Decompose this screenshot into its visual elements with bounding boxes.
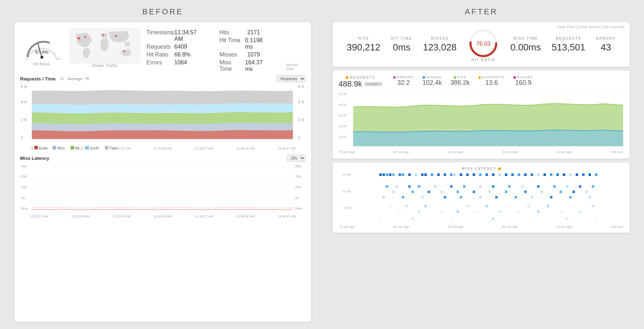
svg-rect-141 bbox=[440, 210, 443, 213]
svg-rect-118 bbox=[421, 196, 424, 198]
chart-dropdown[interactable]: Requests bbox=[277, 75, 306, 82]
svg-rect-150 bbox=[411, 217, 414, 220]
after-chart-header: REQUESTS 488.9k Average × ERRORS 32.2 bbox=[338, 75, 624, 89]
svg-rect-108 bbox=[473, 191, 475, 193]
svg-rect-155 bbox=[595, 217, 597, 220]
latency-dropdown[interactable]: 20s bbox=[287, 154, 306, 162]
svg-rect-134 bbox=[508, 205, 511, 207]
latency-time-axis: 75 sec ago 60 sec ago 45 sec ago 30 sec … bbox=[338, 225, 624, 229]
svg-rect-60 bbox=[431, 173, 433, 176]
stats-row: Miss Time164.37 ms bbox=[219, 59, 269, 72]
svg-rect-112 bbox=[540, 191, 543, 193]
svg-rect-62 bbox=[444, 173, 446, 176]
svg-rect-81 bbox=[563, 173, 565, 176]
stat-miss-time: MISS TIME 0.00ms bbox=[511, 36, 541, 53]
svg-text:0ms: 0ms bbox=[295, 207, 302, 210]
stats-row: Errors1064 bbox=[146, 59, 201, 66]
svg-rect-73 bbox=[511, 173, 514, 176]
latency-header: Miss Latency 20s bbox=[20, 154, 306, 162]
stats-row: Hit Ratio66.8% bbox=[146, 51, 201, 58]
svg-rect-76 bbox=[531, 173, 533, 176]
svg-text:5s: 5s bbox=[21, 196, 25, 200]
svg-rect-140 bbox=[418, 210, 420, 213]
svg-rect-53 bbox=[392, 173, 395, 176]
svg-rect-102 bbox=[592, 185, 594, 188]
svg-rect-115 bbox=[585, 191, 588, 193]
svg-rect-98 bbox=[537, 185, 540, 188]
svg-text:100k: 100k bbox=[338, 135, 347, 139]
svg-rect-106 bbox=[440, 191, 443, 193]
svg-point-9 bbox=[115, 35, 117, 37]
svg-rect-145 bbox=[518, 210, 520, 213]
after-area-chart-svg: 500k 400k 300k 200k 100k bbox=[338, 91, 624, 148]
svg-rect-90 bbox=[418, 185, 420, 188]
svg-rect-65 bbox=[460, 173, 462, 176]
stat-errors: ERRORS 43 bbox=[596, 36, 616, 53]
realtime-label: Real-Time Cache Activity (per second) bbox=[557, 25, 625, 29]
chart-avg: Average: 7K bbox=[68, 77, 89, 81]
svg-rect-146 bbox=[537, 210, 540, 213]
before-top-row: 0 100 67.4% Hit Ratio bbox=[20, 28, 306, 71]
varnish-stats-label: Varnish Stats bbox=[286, 63, 306, 71]
svg-rect-127 bbox=[589, 196, 591, 198]
svg-rect-69 bbox=[486, 173, 488, 176]
svg-text:300k: 300k bbox=[338, 114, 347, 117]
svg-rect-109 bbox=[489, 191, 491, 193]
gauge-container: 0 100 67.4% Hit Ratio bbox=[20, 33, 63, 66]
svg-rect-78 bbox=[543, 173, 546, 176]
gauge-svg: 0 100 67.4% bbox=[22, 33, 62, 62]
svg-rect-144 bbox=[498, 210, 501, 213]
svg-text:4 K: 4 K bbox=[298, 100, 304, 104]
svg-rect-129 bbox=[405, 205, 408, 207]
svg-rect-149 bbox=[379, 217, 382, 220]
svg-text:6 K: 6 K bbox=[298, 85, 304, 89]
svg-rect-79 bbox=[550, 173, 552, 176]
stats-row: Timestamp11:34:57 AM bbox=[146, 29, 201, 42]
svg-rect-92 bbox=[450, 185, 453, 188]
svg-text:2 K: 2 K bbox=[298, 118, 304, 122]
svg-rect-148 bbox=[579, 210, 581, 213]
svg-rect-88 bbox=[395, 185, 398, 188]
svg-point-1 bbox=[40, 56, 43, 59]
svg-rect-121 bbox=[479, 196, 482, 198]
after-stats-bar: Real-Time Cache Activity (per second) HI… bbox=[333, 22, 630, 67]
svg-text:15s: 15s bbox=[295, 175, 301, 178]
svg-rect-124 bbox=[531, 196, 533, 198]
svg-rect-123 bbox=[514, 196, 517, 198]
svg-rect-89 bbox=[408, 185, 411, 188]
svg-rect-68 bbox=[479, 173, 482, 176]
svg-rect-99 bbox=[553, 185, 556, 188]
after-sub-stats: ERRORS 32.2 MISSES 102.4k HITS 386.2k bbox=[393, 75, 533, 87]
x-axis-labels: 11:33:17 AM 11:33:32 AM 11:33:47 AM 11:3… bbox=[20, 147, 306, 150]
latency-area: 20s 15s 10s 5s 0ms 20s 15s 10s 5s 0ms bbox=[20, 163, 306, 213]
svg-rect-130 bbox=[424, 205, 427, 207]
svg-rect-111 bbox=[524, 191, 527, 193]
svg-rect-52 bbox=[389, 173, 391, 176]
svg-rect-103 bbox=[392, 191, 395, 193]
after-latency-card: MISS LATENCY 15 sec 10 sec 5 sec bbox=[333, 162, 630, 233]
before-label: BEFORE bbox=[14, 7, 311, 16]
svg-rect-75 bbox=[524, 173, 527, 176]
svg-rect-84 bbox=[582, 173, 585, 176]
svg-rect-119 bbox=[444, 196, 446, 198]
svg-text:500k: 500k bbox=[338, 92, 347, 96]
svg-rect-87 bbox=[386, 185, 388, 188]
svg-rect-49 bbox=[379, 173, 382, 176]
requests-chart-section: Requests / Time Average: 7K Requests 6 K… bbox=[20, 75, 306, 150]
latency-x-axis: 11:33:17 AM 11:33:32 AM 11:33:47 AM 11:3… bbox=[20, 215, 306, 218]
svg-rect-131 bbox=[447, 205, 449, 207]
svg-text:0: 0 bbox=[26, 57, 28, 60]
svg-text:20s: 20s bbox=[21, 164, 27, 168]
svg-rect-135 bbox=[527, 205, 530, 207]
heatmap-svg bbox=[355, 173, 624, 223]
latency-section: Miss Latency 20s 20s 15s 10s 5s 0ms 20s … bbox=[20, 154, 306, 213]
svg-rect-74 bbox=[518, 173, 520, 176]
latency-card-title: MISS LATENCY bbox=[338, 167, 624, 171]
chart-header: Requests / Time Average: 7K Requests bbox=[20, 75, 306, 82]
svg-rect-96 bbox=[508, 185, 511, 188]
svg-rect-125 bbox=[550, 196, 552, 198]
svg-rect-120 bbox=[460, 196, 462, 198]
svg-rect-138 bbox=[592, 205, 594, 207]
svg-rect-153 bbox=[527, 217, 530, 220]
stats-row: Hit Time0.1198 ms bbox=[219, 37, 269, 50]
